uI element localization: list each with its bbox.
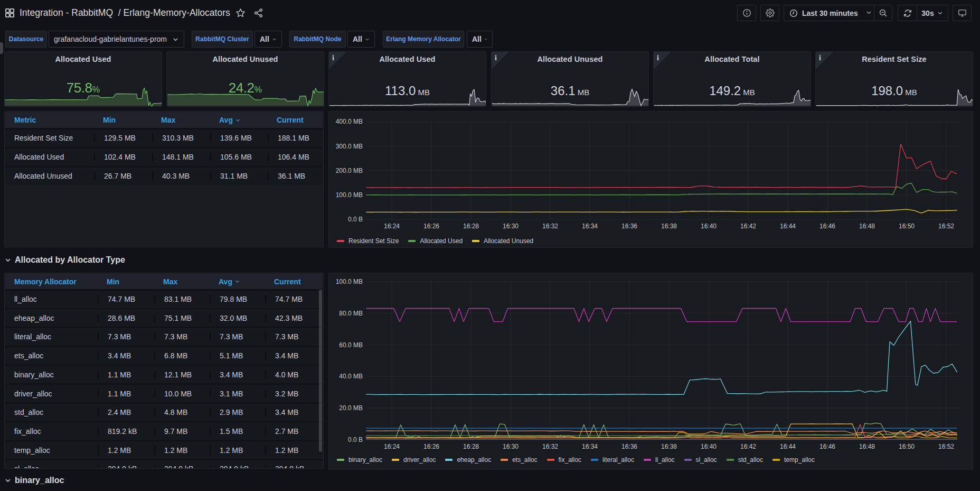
svg-text:200.0 MB: 200.0 MB	[336, 167, 363, 174]
svg-text:300.0 MB: 300.0 MB	[336, 143, 363, 150]
svg-text:16:52: 16:52	[938, 443, 954, 450]
svg-text:100.0 MB: 100.0 MB	[336, 278, 363, 285]
svg-text:16:44: 16:44	[780, 223, 796, 230]
svg-text:16:48: 16:48	[859, 443, 875, 450]
svg-text:16:52: 16:52	[938, 223, 954, 230]
svg-text:16:26: 16:26	[423, 443, 439, 450]
svg-text:16:32: 16:32	[542, 223, 558, 230]
svg-text:80.0 MB: 80.0 MB	[339, 310, 363, 317]
svg-text:16:46: 16:46	[819, 223, 835, 230]
svg-text:16:42: 16:42	[740, 443, 756, 450]
svg-text:16:24: 16:24	[384, 223, 400, 230]
svg-text:16:34: 16:34	[582, 443, 598, 450]
svg-text:16:28: 16:28	[463, 443, 479, 450]
svg-text:0.0 B: 0.0 B	[348, 436, 363, 443]
svg-text:16:44: 16:44	[780, 443, 796, 450]
svg-text:16:34: 16:34	[582, 223, 598, 230]
svg-text:16:38: 16:38	[661, 223, 677, 230]
svg-text:16:46: 16:46	[819, 443, 835, 450]
svg-text:16:30: 16:30	[503, 443, 519, 450]
svg-text:16:28: 16:28	[463, 223, 479, 230]
svg-text:400.0 MB: 400.0 MB	[336, 118, 363, 125]
svg-text:0.0 B: 0.0 B	[348, 216, 363, 223]
svg-text:100.0 MB: 100.0 MB	[336, 191, 363, 199]
svg-text:16:48: 16:48	[859, 223, 875, 230]
svg-text:16:30: 16:30	[503, 223, 519, 230]
svg-text:16:50: 16:50	[899, 443, 915, 450]
svg-text:40.0 MB: 40.0 MB	[339, 373, 363, 380]
svg-text:16:40: 16:40	[701, 223, 717, 230]
svg-text:16:42: 16:42	[740, 223, 756, 230]
svg-text:16:36: 16:36	[621, 223, 637, 230]
svg-text:16:50: 16:50	[899, 223, 915, 230]
svg-text:16:40: 16:40	[701, 443, 717, 450]
svg-text:16:24: 16:24	[384, 443, 400, 450]
svg-text:16:36: 16:36	[621, 443, 637, 450]
svg-text:16:32: 16:32	[542, 443, 558, 450]
svg-text:16:38: 16:38	[661, 443, 677, 450]
svg-text:60.0 MB: 60.0 MB	[339, 341, 363, 349]
svg-text:16:26: 16:26	[423, 223, 439, 230]
svg-text:20.0 MB: 20.0 MB	[339, 404, 363, 412]
